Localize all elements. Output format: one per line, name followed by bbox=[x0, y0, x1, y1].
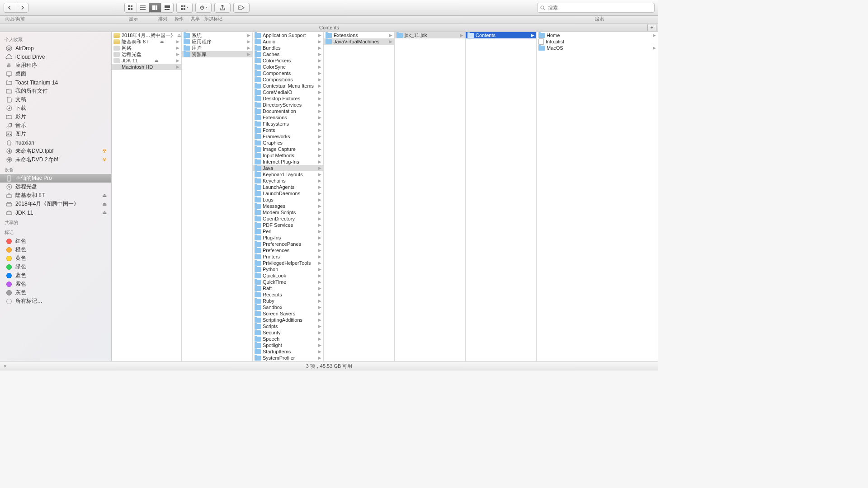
file-row[interactable]: Screen Savers▶ bbox=[253, 310, 323, 317]
file-row[interactable]: Caches▶ bbox=[253, 51, 323, 57]
sidebar-item[interactable]: JDK 11⏏ bbox=[0, 208, 111, 217]
file-row[interactable]: ColorPickers▶ bbox=[253, 57, 323, 64]
eject-icon[interactable]: ⏏ bbox=[155, 57, 159, 64]
sidebar-item[interactable]: 桌面 bbox=[0, 70, 111, 78]
file-row[interactable]: 系统▶ bbox=[182, 32, 252, 38]
file-row[interactable]: Keyboard Layouts▶ bbox=[253, 171, 323, 178]
file-row[interactable]: Bundles▶ bbox=[253, 45, 323, 51]
file-row[interactable]: OpenDirectory▶ bbox=[253, 216, 323, 222]
file-row[interactable]: Compositions▶ bbox=[253, 76, 323, 83]
search-input[interactable] bbox=[547, 5, 651, 11]
sidebar-item[interactable]: 图片 bbox=[0, 130, 111, 138]
sidebar-item[interactable]: huaxian bbox=[0, 138, 111, 147]
view-columns-button[interactable] bbox=[149, 3, 161, 12]
column-2[interactable]: 系统▶应用程序▶用户▶资源库▶ bbox=[182, 32, 253, 361]
file-row[interactable]: 隆基泰和 8T⏏▶ bbox=[112, 38, 181, 45]
new-tab-button[interactable]: + bbox=[647, 24, 656, 31]
file-row[interactable]: Input Methods▶ bbox=[253, 152, 323, 159]
column-7[interactable]: Home▶Info.plistMacOS▶ bbox=[537, 32, 658, 361]
sidebar-item[interactable]: 我的所有文件 bbox=[0, 87, 111, 95]
file-row[interactable]: CoreMediaIO▶ bbox=[253, 89, 323, 95]
file-row[interactable]: Python▶ bbox=[253, 266, 323, 272]
sidebar-item[interactable]: 未命名DVD.fpbf☢ bbox=[0, 147, 111, 155]
file-row[interactable]: Image Capture▶ bbox=[253, 146, 323, 152]
file-row[interactable]: Info.plist bbox=[537, 38, 658, 45]
file-row[interactable]: PDF Services▶ bbox=[253, 222, 323, 228]
file-row[interactable]: Macintosh HD▶ bbox=[112, 64, 181, 70]
tags-button[interactable] bbox=[233, 3, 250, 13]
sidebar-tag-item[interactable]: 橙色 bbox=[0, 245, 111, 254]
file-row[interactable]: MacOS▶ bbox=[537, 45, 658, 51]
file-row[interactable]: 应用程序▶ bbox=[182, 38, 252, 45]
file-row[interactable]: Graphics▶ bbox=[253, 140, 323, 146]
eject-icon[interactable]: ⏏ bbox=[160, 38, 164, 45]
sidebar-tag-item[interactable]: 所有标记… bbox=[0, 297, 111, 305]
file-row[interactable]: Audio▶ bbox=[253, 38, 323, 45]
file-row[interactable]: Security▶ bbox=[253, 329, 323, 336]
file-row[interactable]: Plug-Ins▶ bbox=[253, 235, 323, 241]
file-row[interactable]: Ruby▶ bbox=[253, 298, 323, 304]
back-button[interactable] bbox=[4, 3, 16, 12]
view-gallery-button[interactable] bbox=[161, 3, 173, 12]
sidebar-item[interactable]: Toast Titanium 14 bbox=[0, 78, 111, 87]
forward-button[interactable] bbox=[16, 3, 28, 12]
share-button[interactable] bbox=[214, 3, 231, 13]
file-row[interactable]: Raft▶ bbox=[253, 285, 323, 291]
file-row[interactable]: Modem Scripts▶ bbox=[253, 209, 323, 216]
file-row[interactable]: JDK 11⏏▶ bbox=[112, 57, 181, 64]
file-row[interactable]: 用户▶ bbox=[182, 45, 252, 51]
file-row[interactable]: JavaVirtualMachines▶ bbox=[324, 38, 394, 45]
column-1[interactable]: 2018年4月…腾中国一》⏏▶隆基泰和 8T⏏▶网络▶远程光盘▶JDK 11⏏▶… bbox=[112, 32, 182, 361]
column-3[interactable]: Application Support▶Audio▶Bundles▶Caches… bbox=[253, 32, 324, 361]
file-row[interactable]: ColorSync▶ bbox=[253, 64, 323, 70]
column-6[interactable]: Contents▶ bbox=[466, 32, 537, 361]
sidebar-tag-item[interactable]: 紫色 bbox=[0, 280, 111, 288]
file-row[interactable]: LaunchAgents▶ bbox=[253, 184, 323, 190]
tab-title[interactable]: Contents bbox=[319, 25, 339, 30]
file-row[interactable]: Application Support▶ bbox=[253, 32, 323, 38]
sidebar-item[interactable]: 隆基泰和 8T⏏ bbox=[0, 191, 111, 200]
file-row[interactable]: Receipts▶ bbox=[253, 291, 323, 298]
sidebar-item[interactable]: AirDrop bbox=[0, 44, 111, 52]
sidebar-item[interactable]: 画仙的Mac Pro bbox=[0, 174, 111, 183]
file-row[interactable]: Extensions▶ bbox=[324, 32, 394, 38]
file-row[interactable]: Speech▶ bbox=[253, 336, 323, 342]
eject-icon[interactable]: ⏏ bbox=[102, 201, 107, 207]
eject-icon[interactable]: ⏏ bbox=[177, 32, 181, 38]
file-row[interactable]: Spotlight▶ bbox=[253, 342, 323, 348]
sidebar-item[interactable]: 音乐 bbox=[0, 121, 111, 130]
view-icons-button[interactable] bbox=[125, 3, 137, 12]
file-row[interactable]: Sandbox▶ bbox=[253, 304, 323, 310]
file-row[interactable]: Messages▶ bbox=[253, 203, 323, 209]
sidebar-item[interactable]: 远程光盘 bbox=[0, 183, 111, 191]
sidebar-tag-item[interactable]: 绿色 bbox=[0, 263, 111, 271]
sidebar-item[interactable]: 2018年4月《图腾中国一》⏏ bbox=[0, 200, 111, 208]
sidebar-tag-item[interactable]: 红色 bbox=[0, 237, 111, 245]
file-row[interactable]: Documentation▶ bbox=[253, 108, 323, 114]
sidebar-item[interactable]: 未命名DVD 2.fpbf☢ bbox=[0, 155, 111, 164]
sidebar-item[interactable]: 影片 bbox=[0, 113, 111, 121]
search-field[interactable] bbox=[537, 3, 655, 13]
file-row[interactable]: LaunchDaemons▶ bbox=[253, 190, 323, 197]
arrange-button[interactable] bbox=[177, 3, 192, 12]
file-row[interactable]: 资源库▶ bbox=[182, 51, 252, 57]
column-5[interactable]: jdk_11.jdk▶ bbox=[395, 32, 466, 361]
file-row[interactable]: Java▶ bbox=[253, 165, 323, 171]
file-row[interactable]: 远程光盘▶ bbox=[112, 51, 181, 57]
file-row[interactable]: 网络▶ bbox=[112, 45, 181, 51]
file-row[interactable]: Keychains▶ bbox=[253, 178, 323, 184]
file-row[interactable]: Contextual Menu Items▶ bbox=[253, 83, 323, 89]
file-row[interactable]: jdk_11.jdk▶ bbox=[395, 32, 465, 38]
file-row[interactable]: StartupItems▶ bbox=[253, 348, 323, 355]
file-row[interactable]: Contents▶ bbox=[466, 32, 536, 38]
file-row[interactable]: QuickTime▶ bbox=[253, 279, 323, 285]
sidebar-item[interactable]: 文稿 bbox=[0, 95, 111, 104]
sidebar-item[interactable]: 下载 bbox=[0, 104, 111, 113]
file-row[interactable]: Extensions▶ bbox=[253, 114, 323, 121]
file-row[interactable]: Home▶ bbox=[537, 32, 658, 38]
file-row[interactable]: Preferences▶ bbox=[253, 247, 323, 253]
file-row[interactable]: Logs▶ bbox=[253, 197, 323, 203]
file-row[interactable]: Printers▶ bbox=[253, 253, 323, 260]
eject-icon[interactable]: ⏏ bbox=[102, 192, 107, 198]
file-row[interactable]: Desktop Pictures▶ bbox=[253, 95, 323, 102]
